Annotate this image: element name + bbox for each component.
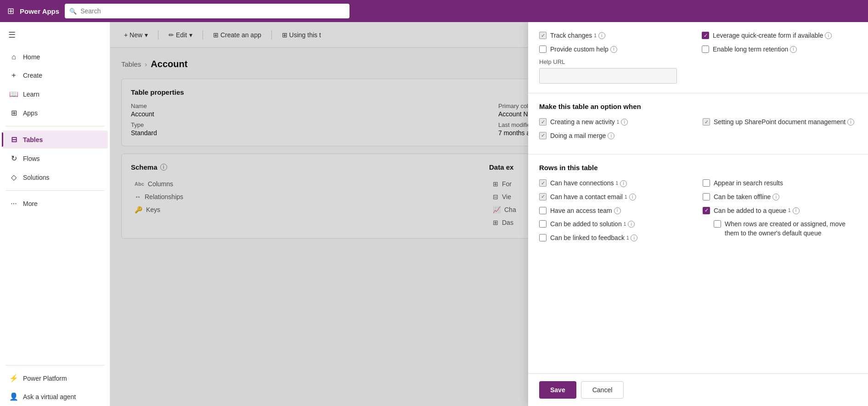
queue-info[interactable]: i <box>793 207 800 214</box>
leverage-quick-create-checkbox[interactable]: ✓ <box>702 32 709 39</box>
sidebar-top: ☰ <box>0 22 110 48</box>
mail-merge-info[interactable]: i <box>608 132 614 139</box>
contact-email-info[interactable]: i <box>629 194 636 200</box>
creating-new-activity-checkbox[interactable]: ✓ <box>539 118 547 126</box>
top-options-right: ✓ Leverage quick-create form if availabl… <box>702 31 857 84</box>
learn-icon: 📖 <box>9 90 18 98</box>
track-changes-label: Track changes 1 i <box>550 31 605 40</box>
sidebar-item-home[interactable]: ⌂ Home <box>2 48 108 66</box>
when-rows-created-label: When rows are created or assigned, move … <box>725 220 857 238</box>
flows-icon: ↻ <box>9 154 18 163</box>
superscript-7: 1 <box>788 207 791 214</box>
save-button[interactable]: Save <box>539 381 576 399</box>
app-logo: Power Apps <box>20 7 59 15</box>
provide-custom-help-info[interactable]: i <box>610 46 617 53</box>
sidebar-item-label: Learn <box>23 91 39 98</box>
superscript-4: 1 <box>625 194 627 200</box>
make-table-left: ✓ Creating a new activity 1 i <box>539 118 693 145</box>
can-be-taken-offline-row: Can be taken offline i <box>703 193 857 202</box>
sidebar: ☰ ⌂ Home + Create 📖 Learn ⊞ Apps ⊟ Table… <box>0 22 110 406</box>
topbar: ⊞ Power Apps 🔍 <box>0 0 868 22</box>
provide-custom-help-checkbox[interactable] <box>539 46 547 53</box>
sidebar-item-label: More <box>23 200 38 207</box>
overlay-top-options: ✓ Track changes 1 i <box>528 22 868 93</box>
creating-activity-info[interactable]: i <box>621 119 628 126</box>
sidebar-item-label: Home <box>23 53 40 61</box>
make-table-right: ✓ Setting up SharePoint document managem… <box>703 118 857 145</box>
more-icon: ··· <box>9 200 18 208</box>
track-changes-info[interactable]: i <box>598 32 605 39</box>
superscript-5: 1 <box>624 221 626 228</box>
top-options-left: ✓ Track changes 1 i <box>539 31 694 84</box>
have-access-team-checkbox[interactable] <box>539 207 547 214</box>
offline-info[interactable]: i <box>772 194 779 200</box>
enable-long-term-info[interactable]: i <box>790 46 797 53</box>
tables-icon: ⊟ <box>9 135 18 144</box>
connections-info[interactable]: i <box>620 180 627 187</box>
overlay-panel: ✓ Track changes 1 i <box>528 22 868 406</box>
sidebar-item-label: Solutions <box>23 174 50 181</box>
doing-mail-merge-checkbox[interactable]: ✓ <box>539 132 547 139</box>
track-changes-checkbox[interactable]: ✓ <box>539 32 547 39</box>
overlay-body: ✓ Track changes 1 i <box>528 22 868 373</box>
sidebar-item-tables[interactable]: ⊟ Tables <box>2 131 108 149</box>
leverage-info[interactable]: i <box>825 32 832 39</box>
can-be-added-to-solution-checkbox[interactable] <box>539 220 547 228</box>
have-access-team-label: Have an access team i <box>550 206 621 216</box>
can-have-connections-row: ✓ Can have connections 1 i <box>539 179 693 188</box>
sidebar-bottom: ⚡ Power Platform 👤 Ask a virtual agent <box>0 361 110 406</box>
waffle-icon[interactable]: ⊞ <box>7 6 14 16</box>
search-input[interactable] <box>80 7 345 15</box>
sidebar-item-more[interactable]: ··· More <box>2 195 108 212</box>
sidebar-item-power-platform[interactable]: ⚡ Power Platform <box>2 369 108 387</box>
menu-button[interactable]: ☰ <box>4 27 20 43</box>
cancel-button[interactable]: Cancel <box>581 381 624 399</box>
can-have-contact-email-checkbox[interactable]: ✓ <box>539 193 547 200</box>
sidebar-item-label: Tables <box>23 136 43 143</box>
check-mark-2: ✓ <box>704 33 708 39</box>
feedback-info[interactable]: i <box>631 234 637 241</box>
can-be-linked-to-feedback-checkbox[interactable] <box>539 234 547 241</box>
can-be-added-to-queue-checkbox[interactable]: ✓ <box>703 207 710 214</box>
superscript-2: 1 <box>617 119 620 126</box>
sidebar-item-apps[interactable]: ⊞ Apps <box>2 104 108 122</box>
can-have-contact-email-row: ✓ Can have a contact email 1 i <box>539 193 693 202</box>
superscript-6: 1 <box>626 235 629 241</box>
can-have-connections-checkbox[interactable]: ✓ <box>539 179 547 187</box>
enable-long-term-row: Enable long term retention i <box>702 45 857 54</box>
when-rows-created-checkbox[interactable] <box>714 220 721 228</box>
home-icon: ⌂ <box>9 53 18 61</box>
sidebar-item-ask-agent[interactable]: 👤 Ask a virtual agent <box>2 388 108 406</box>
provide-custom-help-label: Provide custom help i <box>550 45 617 54</box>
sidebar-item-create[interactable]: + Create <box>2 67 108 84</box>
search-icon: 🔍 <box>69 8 77 15</box>
help-url-field: Help URL <box>539 58 694 84</box>
leverage-quick-create-row: ✓ Leverage quick-create form if availabl… <box>702 31 857 40</box>
sidebar-item-flows[interactable]: ↻ Flows <box>2 149 108 167</box>
make-table-option-title: Make this table an option when <box>539 103 857 110</box>
search-box[interactable]: 🔍 <box>65 4 349 18</box>
creating-new-activity-row: ✓ Creating a new activity 1 i <box>539 118 693 127</box>
appear-in-search-checkbox[interactable] <box>703 179 710 187</box>
can-be-added-to-queue-row: ✓ Can be added to a queue 1 i <box>703 206 857 216</box>
overlay-footer: Save Cancel <box>528 373 868 406</box>
solution-info[interactable]: i <box>628 221 635 228</box>
sidebar-item-learn[interactable]: 📖 Learn <box>2 85 108 103</box>
can-have-connections-label: Can have connections 1 i <box>550 179 627 188</box>
can-be-taken-offline-checkbox[interactable] <box>703 193 710 200</box>
setting-up-sharepoint-checkbox[interactable]: ✓ <box>703 118 710 126</box>
check-mark-7: ✓ <box>541 194 545 200</box>
have-access-team-row: Have an access team i <box>539 206 693 216</box>
help-url-input[interactable] <box>539 68 677 84</box>
access-team-info[interactable]: i <box>614 207 621 214</box>
sidebar-divider <box>6 126 104 126</box>
check-mark-8: ✓ <box>705 207 709 213</box>
rows-in-table-title: Rows in this table <box>539 164 857 172</box>
enable-long-term-checkbox[interactable] <box>702 46 709 53</box>
setting-up-sharepoint-label: Setting up SharePoint document managemen… <box>714 118 854 127</box>
sidebar-item-label: Flows <box>23 155 40 162</box>
rows-left: ✓ Can have connections 1 i ✓ <box>539 179 693 247</box>
leverage-quick-create-label: Leverage quick-create form if available … <box>713 31 832 40</box>
sharepoint-info[interactable]: i <box>847 119 854 126</box>
sidebar-item-solutions[interactable]: ◇ Solutions <box>2 168 108 186</box>
